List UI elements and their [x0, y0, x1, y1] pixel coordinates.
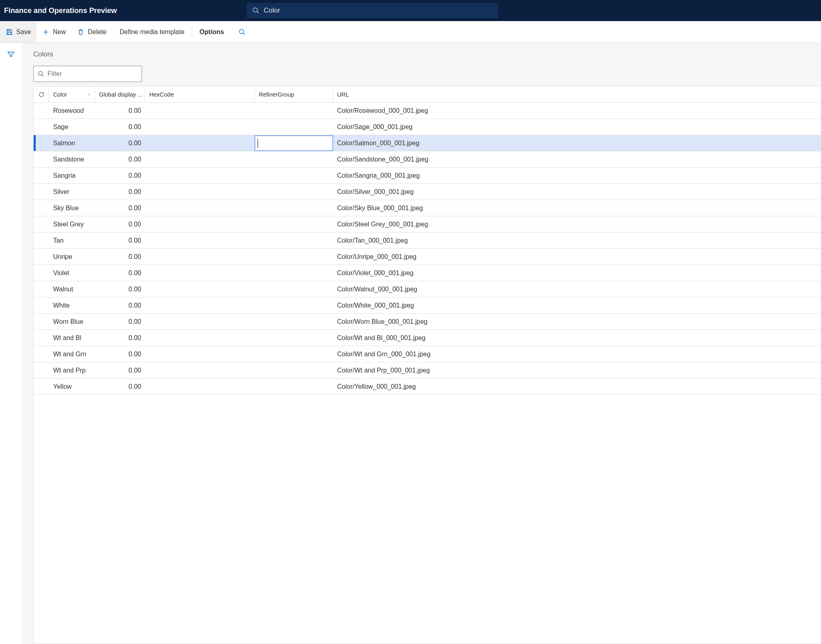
define-media-button[interactable]: Define media template — [112, 21, 192, 43]
cell-color[interactable]: Sandstone — [49, 151, 95, 167]
column-header-url[interactable]: URL — [333, 86, 821, 102]
cell-global-display[interactable]: 0.00 — [95, 135, 145, 151]
cell-refiner[interactable] — [255, 184, 333, 200]
table-row[interactable]: Yellow0.00Color/Yellow_000_001.jpeg — [34, 379, 821, 395]
cell-refiner[interactable] — [255, 281, 333, 297]
cell-global-display[interactable]: 0.00 — [95, 362, 145, 378]
grid-filter[interactable] — [33, 66, 142, 82]
refiner-edit-input[interactable] — [255, 136, 333, 151]
row-selector[interactable] — [34, 265, 49, 281]
cell-refiner[interactable] — [255, 330, 333, 346]
cell-url[interactable]: Color/Sky Blue_000_001.jpeg — [333, 200, 821, 216]
cell-refiner[interactable] — [255, 135, 333, 151]
cell-global-display[interactable]: 0.00 — [95, 297, 145, 313]
cell-global-display[interactable]: 0.00 — [95, 249, 145, 265]
row-selector[interactable] — [34, 379, 49, 394]
cell-refiner[interactable] — [255, 265, 333, 281]
cell-color[interactable]: Unripe — [49, 249, 95, 265]
cell-global-display[interactable]: 0.00 — [95, 346, 145, 362]
cell-global-display[interactable]: 0.00 — [95, 330, 145, 346]
cell-url[interactable]: Color/Worn Blue_000_001.jpeg — [333, 314, 821, 330]
cell-global-display[interactable]: 0.00 — [95, 184, 145, 200]
table-row[interactable]: Wt and Grn0.00Color/Wt and Grn_000_001.j… — [34, 346, 821, 362]
cell-global-display[interactable]: 0.00 — [95, 103, 145, 118]
cell-color[interactable]: Rosewood — [49, 103, 95, 118]
cell-url[interactable]: Color/Sangria_000_001.jpeg — [333, 168, 821, 183]
cell-color[interactable]: Wt and Bl — [49, 330, 95, 346]
cell-hexcode[interactable] — [145, 135, 255, 151]
cell-refiner[interactable] — [255, 297, 333, 313]
cell-refiner[interactable] — [255, 314, 333, 330]
refresh-button[interactable] — [34, 86, 49, 102]
table-row[interactable]: Steel Grey0.00Color/Steel Grey_000_001.j… — [34, 216, 821, 233]
row-selector[interactable] — [34, 233, 49, 248]
cell-color[interactable]: Worn Blue — [49, 314, 95, 330]
save-button[interactable]: Save — [0, 21, 37, 43]
cell-global-display[interactable]: 0.00 — [95, 216, 145, 232]
cell-refiner[interactable] — [255, 200, 333, 216]
cell-hexcode[interactable] — [145, 379, 255, 394]
cell-hexcode[interactable] — [145, 168, 255, 183]
cell-color[interactable]: Violet — [49, 265, 95, 281]
cell-color[interactable]: Wt and Prp — [49, 362, 95, 378]
cell-hexcode[interactable] — [145, 184, 255, 200]
table-row[interactable]: Wt and Bl0.00Color/Wt and Bl_000_001.jpe… — [34, 330, 821, 346]
cell-hexcode[interactable] — [145, 281, 255, 297]
column-header-hexcode[interactable]: HexCode — [145, 86, 255, 102]
table-row[interactable]: Tan0.00Color/Tan_000_001.jpeg — [34, 233, 821, 249]
filter-pane-button[interactable] — [7, 50, 15, 58]
table-row[interactable]: Walnut0.00Color/Walnut_000_001.jpeg — [34, 281, 821, 297]
cell-refiner[interactable] — [255, 346, 333, 362]
cell-color[interactable]: Wt and Grn — [49, 346, 95, 362]
cell-refiner[interactable] — [255, 362, 333, 378]
cell-refiner[interactable] — [255, 103, 333, 118]
cell-refiner[interactable] — [255, 249, 333, 265]
cell-global-display[interactable]: 0.00 — [95, 314, 145, 330]
cell-hexcode[interactable] — [145, 200, 255, 216]
delete-button[interactable]: Delete — [71, 21, 112, 43]
column-header-refiner[interactable]: RefinerGroup — [255, 86, 333, 102]
row-selector[interactable] — [34, 281, 49, 297]
cell-url[interactable]: Color/Steel Grey_000_001.jpeg — [333, 216, 821, 232]
filter-input[interactable] — [47, 70, 138, 78]
table-row[interactable]: Salmon0.00Color/Salmon_000_001.jpeg — [34, 135, 821, 151]
row-selector[interactable] — [34, 119, 49, 135]
cell-hexcode[interactable] — [145, 297, 255, 313]
row-selector[interactable] — [34, 184, 49, 200]
cell-global-display[interactable]: 0.00 — [95, 265, 145, 281]
table-row[interactable]: Sky Blue0.00Color/Sky Blue_000_001.jpeg — [34, 200, 821, 216]
row-selector[interactable] — [34, 168, 49, 183]
cell-global-display[interactable]: 0.00 — [95, 119, 145, 135]
row-selector[interactable] — [34, 330, 49, 346]
cell-color[interactable]: Yellow — [49, 379, 95, 394]
row-selector[interactable] — [34, 249, 49, 265]
cell-url[interactable]: Color/Wt and Grn_000_001.jpeg — [333, 346, 821, 362]
cell-global-display[interactable]: 0.00 — [95, 233, 145, 248]
cell-hexcode[interactable] — [145, 233, 255, 248]
cell-refiner[interactable] — [255, 216, 333, 232]
new-button[interactable]: New — [37, 21, 71, 43]
cell-refiner[interactable] — [255, 119, 333, 135]
table-row[interactable]: Worn Blue0.00Color/Worn Blue_000_001.jpe… — [34, 314, 821, 330]
cell-url[interactable]: Color/Silver_000_001.jpeg — [333, 184, 821, 200]
row-selector[interactable] — [34, 362, 49, 378]
cell-refiner[interactable] — [255, 151, 333, 167]
cell-url[interactable]: Color/Rosewood_000_001.jpeg — [333, 103, 821, 118]
table-row[interactable]: Sage0.00Color/Sage_000_001.jpeg — [34, 119, 821, 135]
cell-color[interactable]: Sky Blue — [49, 200, 95, 216]
row-selector[interactable] — [34, 297, 49, 313]
cell-refiner[interactable] — [255, 168, 333, 183]
cell-hexcode[interactable] — [145, 330, 255, 346]
table-row[interactable]: Wt and Prp0.00Color/Wt and Prp_000_001.j… — [34, 362, 821, 379]
cell-global-display[interactable]: 0.00 — [95, 200, 145, 216]
cell-color[interactable]: Sage — [49, 119, 95, 135]
cell-color[interactable]: Steel Grey — [49, 216, 95, 232]
options-button[interactable]: Options — [192, 21, 231, 43]
cell-hexcode[interactable] — [145, 346, 255, 362]
cell-url[interactable]: Color/Walnut_000_001.jpeg — [333, 281, 821, 297]
cell-url[interactable]: Color/Sage_000_001.jpeg — [333, 119, 821, 135]
row-selector[interactable] — [34, 314, 49, 330]
table-row[interactable]: Sandstone0.00Color/Sandstone_000_001.jpe… — [34, 151, 821, 168]
cell-url[interactable]: Color/Salmon_000_001.jpeg — [333, 135, 821, 151]
row-selector[interactable] — [34, 103, 49, 118]
